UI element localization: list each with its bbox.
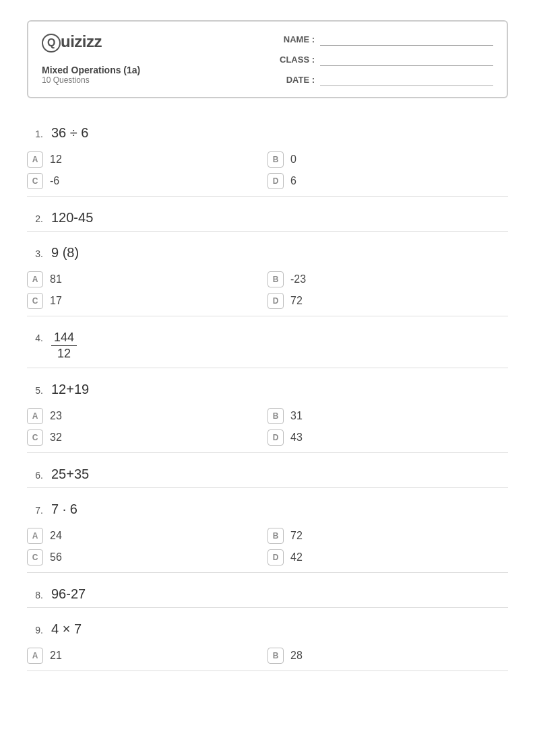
option-A-5: A23 bbox=[27, 408, 268, 424]
option-badge-B-5: B bbox=[268, 408, 284, 424]
name-field-row: NAME : bbox=[278, 32, 493, 46]
date-line bbox=[320, 73, 493, 86]
option-value-C-7: 56 bbox=[50, 551, 62, 563]
question-row-5: 5.12+19 bbox=[27, 375, 508, 403]
option-value-D-1: 6 bbox=[290, 175, 296, 187]
question-row-6: 6.25+35 bbox=[27, 460, 508, 487]
option-badge-D-5: D bbox=[268, 429, 284, 446]
option-B-1: B0 bbox=[268, 151, 508, 168]
question-row-3: 3.9 (8) bbox=[27, 238, 508, 266]
option-value-D-5: 43 bbox=[290, 432, 303, 444]
options-grid-1: A12B0C-6D6 bbox=[27, 146, 508, 196]
option-A-7: A24 bbox=[27, 528, 268, 544]
option-value-A-3: 81 bbox=[50, 273, 62, 285]
option-B-3: B-23 bbox=[268, 271, 508, 287]
options-grid-3: A81B-23C17D72 bbox=[27, 266, 508, 316]
option-badge-D-3: D bbox=[268, 293, 284, 309]
option-value-D-7: 42 bbox=[290, 551, 303, 563]
option-value-A-1: 12 bbox=[50, 153, 62, 166]
divider-9 bbox=[27, 671, 508, 671]
question-block-8: 8.96-27 bbox=[27, 580, 508, 608]
numerator-4: 144 bbox=[51, 330, 77, 346]
quiz-title: Mixed Operations (1a) bbox=[42, 65, 140, 75]
option-value-D-3: 72 bbox=[290, 295, 303, 307]
date-field-row: DATE : bbox=[278, 73, 493, 86]
question-row-8: 8.96-27 bbox=[27, 580, 508, 607]
question-number-7: 7. bbox=[27, 505, 43, 516]
option-value-C-3: 17 bbox=[50, 295, 62, 307]
question-row-2: 2.120-45 bbox=[27, 203, 508, 231]
option-C-5: C32 bbox=[27, 429, 268, 446]
question-number-2: 2. bbox=[27, 213, 43, 224]
option-value-B-7: 72 bbox=[290, 530, 303, 542]
question-row-9: 9.4 × 7 bbox=[27, 615, 508, 642]
quiz-subtitle: 10 Questions bbox=[42, 75, 140, 85]
option-value-C-5: 32 bbox=[50, 432, 62, 444]
class-label: CLASS : bbox=[278, 55, 315, 65]
question-text-9: 4 × 7 bbox=[51, 621, 82, 637]
question-text-3: 9 (8) bbox=[51, 245, 79, 261]
options-grid-7: A24B72C56D42 bbox=[27, 522, 508, 572]
divider-8 bbox=[27, 607, 508, 608]
option-badge-A-9: A bbox=[27, 648, 43, 664]
divider-3 bbox=[27, 316, 508, 316]
divider-4 bbox=[27, 368, 508, 368]
option-C-3: C17 bbox=[27, 293, 268, 309]
option-badge-B-7: B bbox=[268, 528, 284, 544]
question-text-6: 25+35 bbox=[51, 467, 89, 482]
option-badge-B-3: B bbox=[268, 271, 284, 287]
question-block-4: 4.14412 bbox=[27, 323, 508, 368]
question-block-1: 1.36 ÷ 6A12B0C-6D6 bbox=[27, 118, 508, 197]
question-text-2: 120-45 bbox=[51, 210, 93, 226]
fraction-4: 14412 bbox=[51, 330, 77, 362]
denominator-4: 12 bbox=[55, 346, 73, 362]
question-number-9: 9. bbox=[27, 625, 43, 635]
q-circle-icon: Q bbox=[42, 34, 61, 53]
header-box: Quizizz Mixed Operations (1a) 10 Questio… bbox=[27, 20, 508, 98]
question-number-4: 4. bbox=[27, 333, 43, 343]
option-badge-C-1: C bbox=[27, 173, 43, 189]
question-block-7: 7.7 · 6A24B72C56D42 bbox=[27, 495, 508, 573]
divider-6 bbox=[27, 487, 508, 488]
logo: Quizizz bbox=[42, 32, 140, 53]
name-line bbox=[320, 32, 493, 46]
option-badge-D-1: D bbox=[268, 173, 284, 189]
quizizz-logo: Quizizz bbox=[42, 32, 102, 53]
question-text-1: 36 ÷ 6 bbox=[51, 125, 88, 141]
option-badge-C-5: C bbox=[27, 429, 43, 446]
option-value-B-1: 0 bbox=[290, 153, 296, 166]
option-C-1: C-6 bbox=[27, 173, 268, 189]
option-badge-C-3: C bbox=[27, 293, 43, 309]
option-C-7: C56 bbox=[27, 549, 268, 565]
question-block-6: 6.25+35 bbox=[27, 460, 508, 488]
option-value-C-1: -6 bbox=[50, 175, 59, 187]
question-row-4: 4.14412 bbox=[27, 323, 508, 368]
question-number-6: 6. bbox=[27, 470, 43, 481]
option-value-B-5: 31 bbox=[290, 410, 303, 422]
class-field-row: CLASS : bbox=[278, 53, 493, 66]
option-D-7: D42 bbox=[268, 549, 508, 565]
question-number-8: 8. bbox=[27, 590, 43, 600]
class-line bbox=[320, 53, 493, 66]
option-A-1: A12 bbox=[27, 151, 268, 168]
date-label: DATE : bbox=[278, 75, 315, 85]
option-A-9: A21 bbox=[27, 648, 268, 664]
header-left: Quizizz Mixed Operations (1a) 10 Questio… bbox=[42, 32, 140, 85]
option-badge-A-7: A bbox=[27, 528, 43, 544]
option-B-7: B72 bbox=[268, 528, 508, 544]
questions-container: 1.36 ÷ 6A12B0C-6D62.120-453.9 (8)A81B-23… bbox=[27, 118, 508, 671]
option-D-1: D6 bbox=[268, 173, 508, 189]
question-row-7: 7.7 · 6 bbox=[27, 495, 508, 522]
option-badge-B-9: B bbox=[268, 648, 284, 664]
option-value-B-3: -23 bbox=[290, 273, 306, 285]
option-value-A-5: 23 bbox=[50, 410, 62, 422]
question-number-3: 3. bbox=[27, 248, 43, 259]
question-block-5: 5.12+19A23B31C32D43 bbox=[27, 375, 508, 453]
option-D-5: D43 bbox=[268, 429, 508, 446]
options-grid-5: A23B31C32D43 bbox=[27, 403, 508, 452]
option-B-5: B31 bbox=[268, 408, 508, 424]
question-text-8: 96-27 bbox=[51, 586, 86, 602]
option-B-9: B28 bbox=[268, 648, 508, 664]
option-badge-A-5: A bbox=[27, 408, 43, 424]
question-block-2: 2.120-45 bbox=[27, 203, 508, 232]
